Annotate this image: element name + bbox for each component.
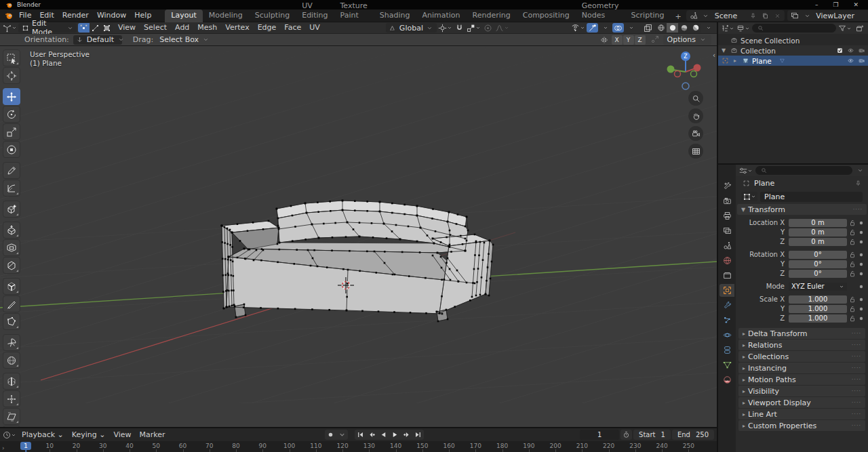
value-field[interactable]: 0° [789,251,847,259]
object-type-dropdown[interactable] [741,192,757,201]
tool-knife[interactable] [3,295,20,312]
properties-tab-modifiers[interactable] [719,299,734,312]
breadcrumb-object-name[interactable]: Plane [754,179,774,188]
viewport-menu-select[interactable]: Select [140,22,171,33]
scene-selector[interactable]: Scene [686,10,785,21]
properties-tab-scene[interactable] [719,239,734,252]
section-motion-paths[interactable]: ▸Motion Paths···· [738,374,865,385]
copy-icon[interactable] [865,11,868,20]
current-frame-field[interactable]: 1 [580,430,619,440]
menu-help[interactable]: Help [130,10,155,21]
gizmos-toggle[interactable] [587,23,598,33]
shading-dropdown[interactable] [703,23,714,33]
vertex-select-button[interactable] [78,23,90,33]
lock-icon[interactable] [847,261,858,268]
tool-add-cube[interactable] [3,201,20,218]
edge-select-button[interactable] [90,23,101,33]
workspace-tab-shading[interactable]: Shading [374,9,416,22]
viewport-menu-face[interactable]: Face [280,22,305,33]
stopwatch-icon[interactable] [620,430,632,440]
properties-search-input[interactable] [770,167,849,174]
next-keyframe-button[interactable] [401,430,412,440]
viewport-canvas[interactable] [0,46,717,403]
outliner-search-input[interactable] [767,24,833,32]
tool-bevel[interactable] [3,257,20,274]
animate-decorator[interactable] [858,285,865,289]
workspace-tab-uv-editing[interactable]: UV Editing [296,0,334,22]
value-field[interactable]: 0 m [789,238,847,246]
tool-move[interactable] [3,88,20,105]
section-viewport-display[interactable]: ▸Viewport Display···· [738,397,865,408]
section-instancing[interactable]: ▸Instancing···· [738,363,865,373]
properties-search[interactable] [755,166,852,175]
playhead[interactable]: 1 [20,442,31,450]
viewport-3d[interactable]: User Perspective (1) Plane Z [0,46,717,427]
timeline-menu-keying[interactable]: Keying ⌄ [68,430,110,440]
properties-tab-render[interactable] [719,194,734,207]
mirror-y-toggle[interactable]: Y [623,35,634,45]
tool-cursor[interactable] [3,67,20,84]
workspace-tab-geometry-nodes[interactable]: Geometry Nodes [576,0,625,22]
value-field[interactable]: 1.000 [789,305,847,313]
transform-panel-header[interactable]: ▼ Transform ···· [737,204,867,215]
pin-icon[interactable] [853,178,863,188]
proportional-editing-toggle[interactable] [482,23,494,33]
menu-render[interactable]: Render [58,10,93,21]
timeline-menu-playback[interactable]: Playback ⌄ [18,430,68,440]
keying-dropdown-chevron[interactable] [336,430,348,440]
object-name-field[interactable]: Plane [760,192,863,202]
editor-type-properties-icon[interactable] [739,166,753,176]
mirror-x-toggle[interactable]: X [612,35,623,45]
tool-measure[interactable] [3,180,20,197]
value-field[interactable]: 0 m [789,228,847,237]
menu-window[interactable]: Window [93,10,130,21]
lock-icon[interactable] [847,239,858,245]
drag-mode-dropdown[interactable]: Select Box [157,35,212,45]
viewport-menu-view[interactable]: View [114,22,140,33]
tool-annotate[interactable] [3,162,20,179]
animate-decorator[interactable] [858,316,865,321]
zoom-view-icon[interactable] [688,91,703,106]
properties-tab-particles[interactable] [719,314,734,327]
xray-toggle[interactable] [642,23,654,33]
unlink-icon[interactable] [772,11,782,20]
viewport-menu-add[interactable]: Add [171,22,193,33]
rendered-shading-button[interactable] [690,23,701,33]
workspace-tab-compositing[interactable]: Compositing [517,9,576,22]
properties-tab-physics[interactable] [719,329,734,342]
overlays-toggle[interactable] [612,23,624,33]
properties-tab-output[interactable] [719,209,734,222]
animate-decorator[interactable] [858,262,865,266]
section-delta-transform[interactable]: ▸Delta Transform···· [738,328,865,339]
tool-smooth[interactable] [3,352,20,369]
play-reverse-button[interactable] [378,430,389,440]
eye-icon[interactable] [846,56,855,66]
outliner-row-collection[interactable]: ▼ Collection [718,45,868,56]
tool-edge-slide[interactable] [3,373,20,390]
material-preview-shading-button[interactable] [678,23,690,33]
lock-icon[interactable] [847,306,858,312]
animate-decorator[interactable] [858,240,865,244]
expand-arrow-icon[interactable]: ▼ [720,47,727,54]
outliner-search[interactable] [752,24,836,33]
lock-icon[interactable] [847,229,858,236]
options-dropdown[interactable]: Options [663,35,711,45]
checkbox-icon[interactable] [835,46,844,56]
editor-type-3d-viewport-icon[interactable] [3,23,17,33]
navigation-gizmo[interactable]: Z [664,49,707,92]
animate-decorator[interactable] [858,297,865,302]
section-visibility[interactable]: ▸Visibility···· [738,386,865,396]
expand-arrow-icon[interactable]: ▸ [732,58,738,64]
blender-menu-icon[interactable] [4,11,14,20]
editor-type-timeline-icon[interactable] [3,430,16,440]
tool-transform[interactable] [3,141,20,158]
gizmo-z-neg-axis[interactable] [682,83,689,89]
animate-decorator[interactable] [858,307,865,311]
record-button[interactable] [325,430,336,440]
value-field[interactable]: 0° [789,260,847,268]
outliner-row-scene-collection[interactable]: Scene Collection [718,35,868,45]
start-frame-field[interactable]: Start 1 [633,430,671,440]
gizmo-x-axis[interactable] [694,64,701,72]
orthographic-toggle-icon[interactable] [688,144,703,159]
properties-tab-tool[interactable] [719,180,734,192]
